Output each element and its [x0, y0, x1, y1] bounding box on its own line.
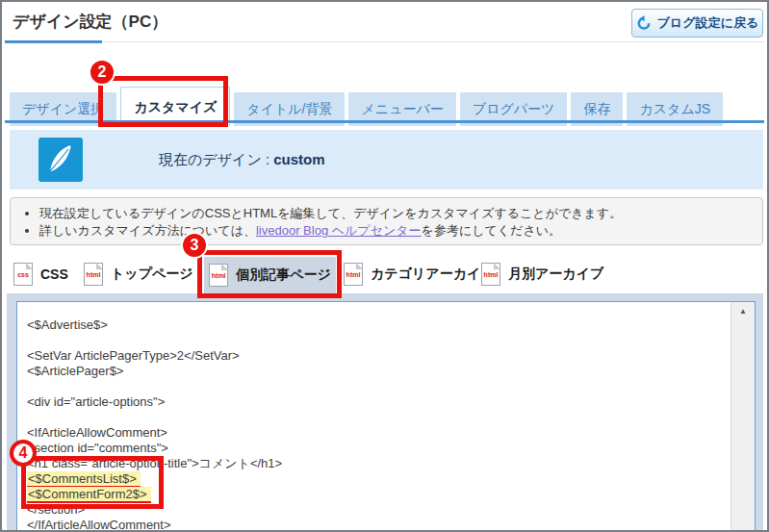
design-settings-page: デザイン設定（PC） ブログ設定に戻る デザイン選択 カスタマイズ タイトル/背… — [0, 0, 769, 532]
selected-file-background: html 個別記事ページ — [204, 257, 336, 293]
scroll-up-icon[interactable]: ▲ — [731, 302, 755, 320]
help-center-link[interactable]: livedoor Blog ヘルプセンター — [256, 223, 422, 238]
current-design-value: custom — [273, 151, 324, 167]
css-file-icon: css — [13, 263, 33, 286]
annotation-badge-4: 4 — [10, 440, 37, 467]
title-divider — [5, 41, 764, 42]
file-css[interactable]: css CSS — [13, 261, 68, 288]
code-line: <section id="comments"> — [27, 441, 726, 456]
code-content: <$Advertise$> <SetVar ArticlePagerType>2… — [27, 317, 726, 532]
note-item: 詳しいカスタマイズ方法については、livedoor Blog ヘルプセンターを参… — [39, 222, 762, 240]
vertical-scrollbar[interactable]: ▲ — [731, 302, 755, 532]
code-line: <IfArticleAllowComment> — [27, 425, 726, 441]
help-note-box: 現在設定しているデザインのCSSとHTMLを編集して、デザインをカスタマイズする… — [10, 197, 763, 245]
page-title: デザイン設定（PC） — [13, 11, 167, 33]
code-line: </IfArticleAllowComment> — [27, 518, 726, 532]
code-line: <div id="article-options"> — [27, 394, 726, 410]
template-file-row: css CSS html トップページ html 個別記事ページ html カテ… — [2, 255, 769, 295]
tab-bar-underline — [5, 120, 764, 123]
code-line: <h1 class="article-option-title">コメント</h… — [27, 456, 726, 471]
code-line: <$Advertise$> — [27, 317, 726, 333]
code-line-highlighted: <$CommentForm2$> — [27, 487, 726, 502]
current-design-bar: 現在のデザイン : custom — [10, 130, 763, 190]
title-divider-accent — [5, 40, 102, 43]
current-design-text: 現在のデザイン : custom — [159, 151, 325, 169]
annotation-badge-3: 3 — [181, 232, 208, 259]
feather-icon — [38, 138, 83, 182]
file-article-page[interactable]: html 個別記事ページ — [204, 262, 336, 289]
html-file-icon: html — [344, 263, 363, 286]
html-file-icon: html — [84, 263, 103, 286]
code-line — [27, 379, 726, 394]
back-to-blog-settings-button[interactable]: ブログ設定に戻る — [631, 9, 763, 38]
code-line — [27, 410, 726, 425]
note-item: 現在設定しているデザインのCSSとHTMLを編集して、デザインをカスタマイズする… — [39, 205, 762, 222]
html-file-icon: html — [481, 263, 500, 286]
code-line-highlighted: <$CommentsList$> — [27, 471, 726, 487]
code-editor-frame: <$Advertise$> <SetVar ArticlePagerType>2… — [7, 293, 763, 532]
code-line: </section> — [27, 502, 726, 518]
code-line: <SetVar ArticlePagerType>2</SetVar> — [27, 348, 726, 364]
back-button-label: ブログ設定に戻る — [657, 14, 759, 32]
current-design-label: 現在のデザイン : — [159, 151, 273, 167]
file-monthly-archive[interactable]: html 月別アーカイブ — [481, 261, 603, 288]
file-top-page[interactable]: html トップページ — [84, 261, 193, 288]
code-line: <$ArticlePager$> — [27, 364, 726, 379]
file-category-archive[interactable]: html カテゴリアーカイブ — [344, 261, 495, 288]
return-arrow-icon — [636, 15, 652, 31]
code-line — [27, 333, 726, 348]
html-file-icon: html — [209, 264, 228, 287]
annotation-badge-2: 2 — [89, 59, 115, 86]
code-editor[interactable]: <$Advertise$> <SetVar ArticlePagerType>2… — [16, 301, 756, 532]
